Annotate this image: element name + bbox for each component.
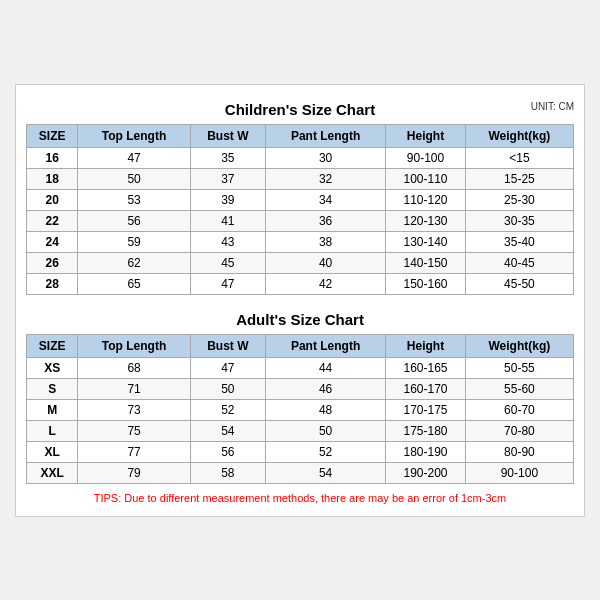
children-col-height: Height xyxy=(386,124,465,147)
adults-col-pant-length: Pant Length xyxy=(265,334,385,357)
unit-label: UNIT: CM xyxy=(531,101,574,112)
children-title-text: Children's Size Chart xyxy=(225,101,375,118)
children-table: SIZE Top Length Bust W Pant Length Heigh… xyxy=(26,124,574,295)
children-col-bust-w: Bust W xyxy=(190,124,265,147)
adults-table: SIZE Top Length Bust W Pant Length Heigh… xyxy=(26,334,574,484)
adults-title: Adult's Size Chart xyxy=(26,305,574,330)
adults-header-row: SIZE Top Length Bust W Pant Length Heigh… xyxy=(27,334,574,357)
table-row: M735248170-17560-70 xyxy=(27,399,574,420)
adults-col-bust-w: Bust W xyxy=(190,334,265,357)
table-row: S715046160-17055-60 xyxy=(27,378,574,399)
children-col-pant-length: Pant Length xyxy=(265,124,385,147)
table-row: 26624540140-15040-45 xyxy=(27,252,574,273)
children-col-size: SIZE xyxy=(27,124,78,147)
table-row: 20533934110-12025-30 xyxy=(27,189,574,210)
adults-col-size: SIZE xyxy=(27,334,78,357)
table-row: 18503732100-11015-25 xyxy=(27,168,574,189)
table-row: 22564136120-13030-35 xyxy=(27,210,574,231)
children-title: Children's Size Chart UNIT: CM xyxy=(26,95,574,120)
table-row: 1647353090-100<15 xyxy=(27,147,574,168)
chart-container: Children's Size Chart UNIT: CM SIZE Top … xyxy=(15,84,585,517)
adults-col-height: Height xyxy=(386,334,465,357)
table-row: XL775652180-19080-90 xyxy=(27,441,574,462)
adults-title-text: Adult's Size Chart xyxy=(236,311,364,328)
table-row: XS684744160-16550-55 xyxy=(27,357,574,378)
table-row: 24594338130-14035-40 xyxy=(27,231,574,252)
children-col-weight: Weight(kg) xyxy=(465,124,573,147)
adults-col-top-length: Top Length xyxy=(78,334,191,357)
adults-col-weight: Weight(kg) xyxy=(465,334,573,357)
table-row: L755450175-18070-80 xyxy=(27,420,574,441)
table-row: 28654742150-16045-50 xyxy=(27,273,574,294)
children-header-row: SIZE Top Length Bust W Pant Length Heigh… xyxy=(27,124,574,147)
children-col-top-length: Top Length xyxy=(78,124,191,147)
tips-text: TIPS: Due to different measurement metho… xyxy=(26,490,574,506)
table-row: XXL795854190-20090-100 xyxy=(27,462,574,483)
